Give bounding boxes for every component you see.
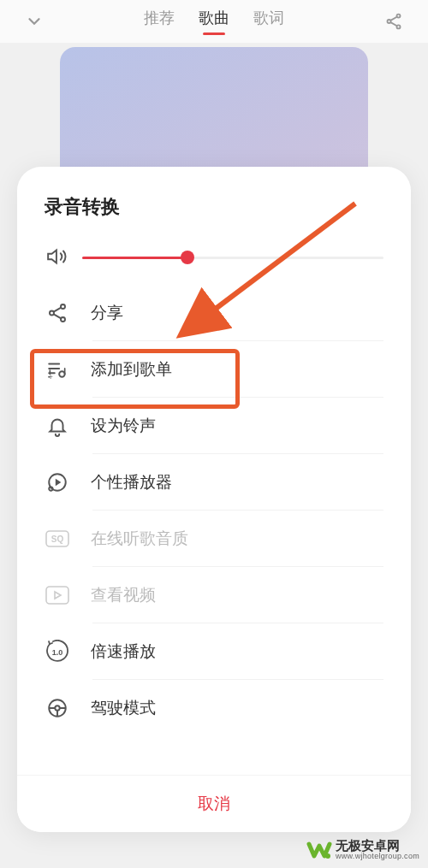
watermark-logo-icon [306,837,332,863]
header-bar: 推荐 歌曲 歌词 [0,0,428,43]
menu-item-add-playlist[interactable]: + 添加到歌单 [17,341,411,398]
tab-lyrics[interactable]: 歌词 [253,8,284,35]
menu-label: 查看视频 [91,584,156,606]
menu-label: 在线听歌音质 [91,528,188,550]
chevron-down-icon[interactable] [21,9,47,34]
svg-point-33 [325,853,330,859]
volume-slider[interactable] [82,257,383,259]
svg-point-2 [396,25,400,28]
svg-text:+: + [48,372,53,381]
menu-item-drive[interactable]: 驾驶模式 [17,680,411,736]
volume-icon [45,244,70,269]
bell-icon [45,413,70,439]
menu-label: 个性播放器 [91,471,172,493]
svg-text:1.0: 1.0 [52,648,63,657]
tab-recommend[interactable]: 推荐 [144,8,175,35]
menu-item-video: 查看视频 [17,567,411,623]
volume-row [17,228,411,285]
menu-item-speed[interactable]: 1.0 倍速播放 [17,623,411,680]
svg-line-9 [54,308,62,312]
svg-line-3 [390,17,396,21]
action-sheet: 录音转换 分享 + 添加到歌单 设为铃声 个性播放器 [17,167,411,832]
svg-text:SQ: SQ [51,534,64,544]
svg-marker-19 [56,479,62,487]
share-top-icon[interactable] [381,9,407,34]
video-icon [45,582,70,608]
watermark: 无极安卓网 www.wjhotelgroup.com [306,837,419,863]
share-icon [45,300,70,326]
tabs: 推荐 歌曲 歌词 [144,8,284,35]
svg-point-8 [61,317,65,322]
svg-marker-5 [48,250,56,263]
svg-point-6 [61,304,65,309]
sheet-title: 录音转换 [17,194,411,228]
menu-item-quality: SQ 在线听歌音质 [17,511,411,567]
menu-label: 设为铃声 [91,415,156,437]
watermark-title: 无极安卓网 [336,839,419,853]
menu-item-share[interactable]: 分享 [17,285,411,341]
tab-song[interactable]: 歌曲 [199,8,229,35]
player-icon [45,469,70,495]
menu-item-player[interactable]: 个性播放器 [17,454,411,511]
watermark-url: www.wjhotelgroup.com [336,853,419,861]
svg-line-4 [390,22,396,26]
speed-icon: 1.0 [45,639,70,664]
slider-thumb[interactable] [181,251,194,264]
svg-marker-24 [55,592,61,599]
menu-label: 驾驶模式 [91,697,156,719]
menu-label: 分享 [91,302,123,324]
menu-item-ringtone[interactable]: 设为铃声 [17,398,411,454]
svg-point-1 [387,20,390,23]
svg-point-0 [396,15,400,18]
cancel-button[interactable]: 取消 [17,775,411,832]
svg-point-27 [55,706,59,710]
menu-label: 添加到歌单 [91,358,172,381]
menu-label: 倍速播放 [91,641,156,663]
svg-rect-23 [46,587,68,604]
sq-icon: SQ [45,526,70,552]
steering-icon [45,695,70,721]
svg-point-7 [50,311,54,316]
svg-point-14 [59,371,65,377]
svg-line-10 [54,314,62,318]
add-playlist-icon: + [45,357,70,382]
